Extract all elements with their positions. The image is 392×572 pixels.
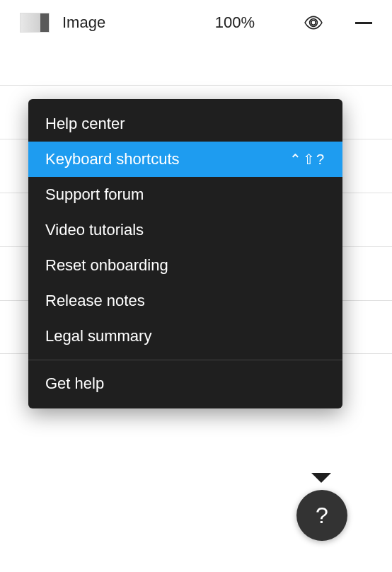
help-button[interactable]: ? xyxy=(296,490,347,541)
menu-item-label: Reset onboarding xyxy=(45,256,168,275)
menu-pointer-arrow xyxy=(311,473,331,483)
svg-point-0 xyxy=(311,21,316,25)
visibility-toggle-icon[interactable] xyxy=(304,13,323,32)
menu-item-label: Release notes xyxy=(45,292,145,310)
menu-item-legal-summary[interactable]: Legal summary xyxy=(28,319,342,354)
menu-item-label: Keyboard shortcuts xyxy=(45,150,180,168)
menu-item-keyboard-shortcuts[interactable]: Keyboard shortcuts ⌃⇧? xyxy=(28,142,342,177)
menu-item-label: Support forum xyxy=(45,185,144,204)
menu-item-reset-onboarding[interactable]: Reset onboarding xyxy=(28,248,342,283)
layer-name[interactable]: Image xyxy=(62,13,105,32)
help-icon: ? xyxy=(316,503,328,529)
layer-row[interactable]: Image 100% xyxy=(0,0,392,45)
menu-item-help-center[interactable]: Help center xyxy=(28,106,342,142)
collapse-icon[interactable] xyxy=(355,22,372,24)
layer-opacity-value[interactable]: 100% xyxy=(215,13,255,32)
menu-item-label: Get help xyxy=(45,374,104,393)
menu-item-video-tutorials[interactable]: Video tutorials xyxy=(28,212,342,248)
eye-icon xyxy=(304,16,323,30)
menu-item-get-help[interactable]: Get help xyxy=(28,366,342,401)
menu-item-label: Legal summary xyxy=(45,327,151,345)
menu-item-shortcut: ⌃⇧? xyxy=(289,151,325,168)
help-menu-popup: Help center Keyboard shortcuts ⌃⇧? Suppo… xyxy=(28,99,342,408)
menu-item-release-notes[interactable]: Release notes xyxy=(28,283,342,319)
menu-divider xyxy=(28,360,342,360)
menu-item-label: Video tutorials xyxy=(45,221,144,239)
layer-thumbnail xyxy=(20,13,50,33)
menu-item-support-forum[interactable]: Support forum xyxy=(28,177,342,212)
menu-item-label: Help center xyxy=(45,115,125,133)
